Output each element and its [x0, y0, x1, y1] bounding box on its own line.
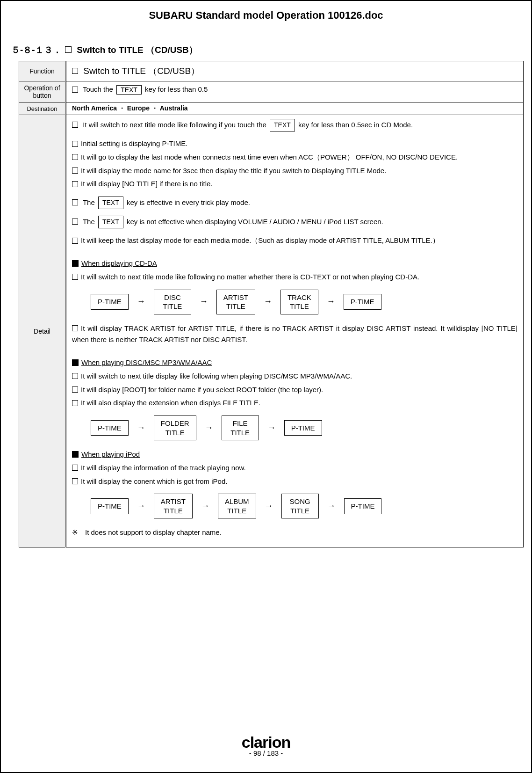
row-function: Function Switch to TITLE （CD/USB） [19, 61, 524, 81]
checkbox-icon [72, 400, 78, 406]
row-operation: Operation of button Touch the TEXT key f… [19, 81, 524, 102]
section-number: ５-８-１３． [11, 45, 62, 55]
text: The [83, 198, 95, 206]
flow-box: ARTISTTITLE [154, 494, 193, 518]
detail-line: The TEXT key is effective in every trick… [72, 197, 518, 209]
text: The [83, 218, 95, 226]
arrow-icon: → [201, 499, 209, 513]
checkbox-icon [72, 122, 78, 128]
text: It will display TRACK ARTIST for ARTIST … [72, 324, 518, 344]
text: key for less than 0.5sec in CD Mode. [298, 121, 413, 129]
text: It will also display the extension when … [81, 399, 260, 407]
detail-line: It will also display the extension when … [72, 397, 518, 409]
checkbox-icon [72, 386, 78, 393]
text: key is not effective when displaying VOL… [127, 218, 383, 226]
flow-box: FILETITLE [222, 416, 259, 440]
flow-box: FOLDERTITLE [154, 416, 196, 440]
checkbox-icon [72, 238, 78, 244]
spec-table: Function Switch to TITLE （CD/USB） Operat… [19, 61, 524, 547]
flow-box: P-TIME [344, 294, 381, 310]
subsection-heading: When playing iPod [72, 449, 518, 460]
detail-line: The TEXT key is not effective when displ… [72, 216, 518, 228]
text-key-icon: TEXT [116, 85, 142, 95]
checkbox-icon [65, 46, 72, 53]
value-destination: North America ・ Europe ・ Australia [66, 102, 524, 115]
function-text: Switch to TITLE （CD/USB） [83, 66, 200, 76]
checkbox-icon [72, 68, 78, 74]
checkbox-icon [72, 199, 78, 205]
flow-mp3: P-TIME → FOLDERTITLE → FILETITLE → P-TIM… [91, 416, 518, 440]
arrow-icon: → [265, 499, 273, 513]
checkbox-icon [72, 478, 78, 484]
page-number: - 98 / 183 - [1, 749, 531, 757]
arrow-icon: → [327, 499, 336, 513]
checkbox-icon [72, 325, 78, 331]
detail-line: It will display the conent which is got … [72, 476, 518, 488]
text: It will keep the last display mode for e… [81, 236, 439, 244]
flow-box: P-TIME [91, 420, 129, 436]
checkbox-icon [72, 168, 78, 174]
detail-line: It will switch to next title display lik… [72, 371, 518, 382]
arrow-icon: → [200, 295, 208, 309]
operation-suffix: key for less than 0.5 [145, 85, 208, 93]
flow-ipod: P-TIME → ARTISTTITLE → ALBUMTITLE → SONG… [91, 494, 518, 518]
black-square-icon [72, 359, 79, 366]
text-key-icon: TEXT [270, 119, 295, 131]
checkbox-icon [72, 87, 78, 93]
checkbox-icon [72, 141, 78, 147]
text-key-icon: TEXT [98, 216, 123, 228]
arrow-icon: → [205, 421, 213, 435]
checkbox-icon [72, 219, 78, 225]
detail-line: Initial setting is displaying P-TIME. [72, 138, 518, 150]
row-detail: Detail It will switch to next title mode… [19, 115, 524, 547]
black-square-icon [72, 260, 79, 267]
text: When playing DISC/MSC MP3/WMA/AAC [81, 358, 212, 366]
flow-box: P-TIME [344, 498, 382, 514]
checkbox-icon [72, 274, 78, 280]
arrow-icon: → [137, 421, 145, 435]
label-destination: Destination [19, 102, 66, 115]
footnote: ※ It does not support to display chapter… [72, 527, 518, 539]
value-function: Switch to TITLE （CD/USB） [66, 61, 524, 81]
checkbox-icon [72, 154, 78, 160]
flow-cdda: P-TIME → DISCTITLE → ARTISTTITLE → TRACK… [91, 290, 518, 314]
text: It will switch to next title mode like f… [83, 121, 266, 129]
detail-line: It will display [NO TITLE] if there is n… [72, 178, 518, 190]
detail-line: It will go to display the last mode when… [72, 152, 518, 163]
detail-line: It will switch to next title mode like f… [72, 271, 518, 283]
text: It will switch to next title mode like f… [81, 273, 419, 281]
flow-box: SONGTITLE [281, 494, 319, 518]
detail-line: It will display TRACK ARTIST for ARTIST … [72, 323, 518, 346]
flow-box: P-TIME [91, 294, 129, 310]
text: It will display [ROOT] for folder name i… [81, 386, 323, 394]
value-operation: Touch the TEXT key for less than 0.5 [66, 81, 524, 102]
section-heading: ５-８-１３． Switch to TITLE （CD/USB） [11, 44, 522, 56]
text: It will go to display the last mode when… [81, 153, 458, 161]
text: It will display [NO TITLE] if there is n… [81, 180, 212, 188]
text-key-icon: TEXT [98, 197, 123, 209]
checkbox-icon [72, 181, 78, 187]
subsection-heading: When displaying CD-DA [72, 258, 518, 270]
detail-line: It will display the mode name for 3sec t… [72, 165, 518, 177]
page-footer: clarion - 98 / 183 - [1, 734, 531, 757]
detail-line: It will display [ROOT] for folder name i… [72, 384, 518, 396]
text: Initial setting is displaying P-TIME. [81, 139, 187, 147]
flow-box: P-TIME [91, 498, 129, 514]
subsection-heading: When playing DISC/MSC MP3/WMA/AAC [72, 357, 518, 369]
detail-line: It will switch to next title mode like f… [72, 119, 518, 131]
section-title: Switch to TITLE （CD/USB） [77, 45, 198, 55]
checkbox-icon [72, 373, 78, 379]
label-operation: Operation of button [19, 81, 66, 102]
text: It will display the mode name for 3sec t… [81, 167, 386, 175]
brand-logo: clarion [1, 734, 531, 750]
page: SUBARU Standard model Operation 100126.d… [0, 0, 532, 773]
label-detail: Detail [19, 115, 66, 547]
flow-box: DISCTITLE [154, 290, 191, 314]
checkbox-icon [72, 465, 78, 471]
value-detail: It will switch to next title mode like f… [66, 115, 524, 547]
row-destination: Destination North America ・ Europe ・ Aus… [19, 102, 524, 115]
flow-box: ALBUMTITLE [218, 494, 256, 518]
arrow-icon: → [264, 295, 272, 309]
detail-line: It will display the information of the t… [72, 462, 518, 474]
flow-box: ARTISTTITLE [216, 290, 255, 314]
